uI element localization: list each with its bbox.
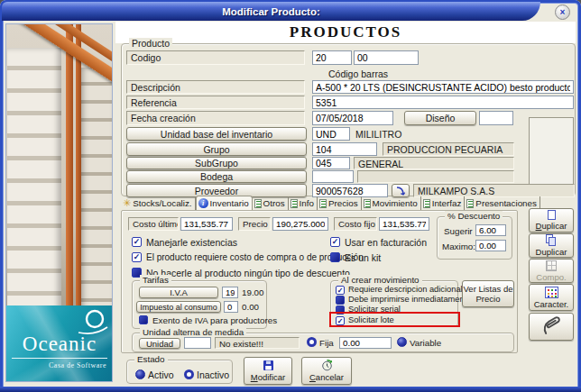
cancelar-button[interactable]: Cancelar <box>301 357 352 385</box>
codigo-field-2[interactable] <box>354 50 419 65</box>
grupo-button[interactable]: Grupo <box>126 142 307 156</box>
sugerir-field[interactable] <box>475 224 506 236</box>
save-floppy-icon <box>263 360 274 371</box>
bodega-code-field[interactable] <box>312 170 354 183</box>
grupo-name: PRODUCCION PECUARIA <box>383 142 514 156</box>
window-title: Modificar Producto: <box>222 6 320 17</box>
diseno-button[interactable]: Diseño <box>404 111 476 125</box>
maximo-field[interactable] <box>475 240 506 251</box>
curved-arrow-icon <box>395 186 406 196</box>
close-button[interactable]: × <box>555 5 570 20</box>
caracter-button[interactable]: Caracter. <box>529 284 574 311</box>
tab-info[interactable]: Info <box>289 196 318 210</box>
subgrupo-button[interactable]: SubGrupo <box>126 157 307 169</box>
fecha-creacion-field[interactable] <box>312 111 393 125</box>
check-icon: ✓ <box>337 287 344 295</box>
cancel-clock-icon <box>321 360 333 371</box>
requiere-descripcion-checkbox[interactable]: ✓ <box>336 286 345 295</box>
duplicar-button-2[interactable]: Duplicar <box>529 233 574 258</box>
attachment-button[interactable] <box>529 313 574 341</box>
modificar-button[interactable]: Modificar <box>244 357 292 385</box>
gear-icon: ✳ <box>123 198 131 208</box>
tab-label: Info <box>300 198 314 208</box>
unidad-base-name: MILILITRO <box>355 129 401 140</box>
tab-label: Presentaciones <box>475 198 537 208</box>
tab-movimiento[interactable]: Movimiento <box>362 196 421 210</box>
variable-radio[interactable] <box>397 337 407 347</box>
precio-field[interactable] <box>272 217 328 231</box>
page-title: PRODUCTOS <box>290 23 401 41</box>
character-map-icon <box>545 287 558 298</box>
debe-imprimirse-checkbox[interactable] <box>336 296 345 305</box>
descuento-groupbox: % Descuento <box>437 216 512 260</box>
components-grid-icon <box>546 260 557 271</box>
fecha-creacion-label: Fecha creación <box>126 111 305 125</box>
close-icon: × <box>560 7 566 17</box>
activo-radio[interactable] <box>135 369 145 379</box>
subgrupo-code-field[interactable] <box>312 157 350 169</box>
tab-otros[interactable]: Otros <box>253 196 289 210</box>
referencia-field[interactable] <box>312 96 574 109</box>
ver-listas-precio-button[interactable]: Ver Listas de Precio <box>462 280 514 307</box>
inactivo-radio[interactable] <box>184 369 194 379</box>
fija-value-field[interactable] <box>339 337 392 349</box>
fija-radio[interactable] <box>307 337 317 347</box>
unidad-button[interactable]: Unidad <box>139 338 180 349</box>
al-crear-movimiento-legend: Al crear movimiento <box>338 275 422 285</box>
tab-inventario[interactable]: i Inventario <box>196 196 253 210</box>
tab-label: Inventario <box>210 198 249 208</box>
check-icon: ✓ <box>134 252 141 261</box>
tab-interfaz[interactable]: Interfaz <box>421 196 466 210</box>
tab-stocks-localiz[interactable]: ✳ Stocks/Localiz. <box>121 196 196 210</box>
unidad-base-button[interactable]: Unidad base del inventario <box>126 127 307 141</box>
es-un-kit-checkbox[interactable] <box>330 252 340 262</box>
codigo-field-1[interactable] <box>312 50 352 65</box>
document-icon <box>254 199 262 208</box>
descripcion-label: Descripción <box>126 80 305 94</box>
exento-iva-label: Exento de IVA para productores <box>152 315 277 325</box>
tab-label: Movimiento <box>373 198 418 208</box>
iva-button[interactable]: I.V.A <box>139 287 218 298</box>
bodega-button[interactable]: Bodega <box>126 170 307 183</box>
costo-fijo-field[interactable] <box>379 217 429 231</box>
descuento-legend: % Descuento <box>445 211 503 221</box>
precio-label: Precio <box>238 217 271 231</box>
page-header: PRODUCTOS <box>115 22 576 43</box>
producto-legend: Producto <box>129 38 172 49</box>
requiere-costo-checkbox[interactable]: ✓ <box>132 252 142 262</box>
usar-facturacion-label: Usar en facturación <box>345 237 427 248</box>
exento-iva-checkbox[interactable] <box>139 315 148 324</box>
solicitar-lote-highlight <box>329 312 460 327</box>
tab-label: Otros <box>263 198 285 208</box>
manejarle-existencias-label: Manejarle existencias <box>146 237 237 248</box>
diseno-field[interactable] <box>479 111 513 125</box>
sugerir-label: Sugerir <box>444 226 473 236</box>
compo-button[interactable]: Compo. <box>529 259 574 283</box>
logo-name: Oceanic <box>12 333 107 359</box>
oceanic-logo: Oceanic Casa de Software <box>6 305 112 381</box>
manejarle-existencias-checkbox[interactable]: ✓ <box>132 237 142 247</box>
tarifas-legend: Tarifas <box>140 275 171 285</box>
bodega-name <box>357 170 514 183</box>
title-bar[interactable]: Modificar Producto: <box>2 2 540 21</box>
info-icon: i <box>198 198 208 208</box>
tab-precios[interactable]: Precios <box>318 196 362 210</box>
impuesto-consumo-button[interactable]: Impuesto al consumo <box>136 301 221 313</box>
debe-imprimirse-label: Debe imprimirse inmediatamente <box>348 295 471 304</box>
unidad-alterna-field[interactable] <box>184 337 211 349</box>
usar-facturacion-checkbox[interactable]: ✓ <box>330 237 340 247</box>
unidad-alterna-status: No existe!!! <box>215 337 300 349</box>
maximo-label: Maximo: <box>442 242 475 251</box>
paperclip-icon <box>539 314 563 341</box>
activo-label: Activo <box>148 369 174 380</box>
iva-rate-field[interactable] <box>222 287 238 298</box>
requiere-descripcion-label: Requiere descripcion adicional <box>348 285 463 294</box>
descripcion-field[interactable] <box>312 80 574 94</box>
subgrupo-name: GENERAL <box>354 157 514 169</box>
unidad-base-code-field[interactable] <box>312 127 350 141</box>
costo-ultimo-field[interactable] <box>180 217 233 231</box>
grupo-code-field[interactable] <box>312 142 377 156</box>
duplicar-button-1[interactable]: Duplicar <box>529 208 574 232</box>
impuesto-consumo-rate-field[interactable] <box>224 301 238 313</box>
costo-fijo-label: Costo fijo <box>334 217 377 231</box>
